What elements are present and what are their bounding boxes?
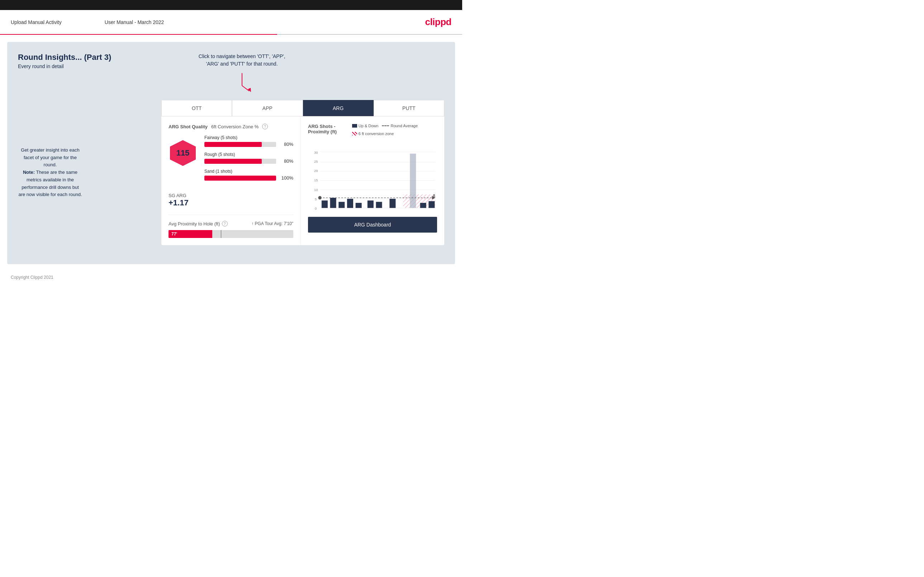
header-divider xyxy=(0,34,462,35)
arg-quality-header: ARG Shot Quality 6ft Conversion Zone % ? xyxy=(168,124,293,129)
manual-label: User Manual - March 2022 xyxy=(105,19,164,25)
side-text: Get greater insight into each facet of y… xyxy=(18,100,90,245)
legend-item-round-avg: Round Average xyxy=(382,124,418,128)
main-panel: OTT APP ARG PUTT ARG Shot Quality 6ft Co… xyxy=(162,100,444,245)
sg-value: +1.17 xyxy=(168,198,293,208)
bar-fill-rough xyxy=(204,159,262,164)
page-subheading: Every round in detail xyxy=(18,63,111,69)
chart-bar-3 xyxy=(338,202,344,208)
proximity-label-text: Avg Proximity to Hole (ft) xyxy=(168,221,220,227)
svg-text:0: 0 xyxy=(315,206,317,210)
note-label: Note: xyxy=(23,169,35,175)
proximity-bar-track: 77' xyxy=(168,230,293,238)
right-header: ARG Shots - Proximity (ft) Up & Down Rou… xyxy=(308,124,437,136)
legend-dashed-icon xyxy=(382,126,389,126)
nav-arrow-icon xyxy=(231,71,253,93)
chart-bar-4 xyxy=(347,199,353,208)
panel-left: ARG Shot Quality 6ft Conversion Zone % ?… xyxy=(162,116,301,245)
chart-bar-9 xyxy=(420,203,426,208)
quality-label: ARG Shot Quality xyxy=(168,124,208,129)
chart-bar-5 xyxy=(356,203,362,208)
bar-label-fairway: Fairway (5 shots) xyxy=(204,135,293,140)
chart-bar-8 xyxy=(389,199,396,208)
bar-pct-sand: 100% xyxy=(279,175,293,181)
panel-body: ARG Shot Quality 6ft Conversion Zone % ?… xyxy=(162,116,444,245)
logo: clippd xyxy=(425,16,451,27)
bar-wrapper-rough: 80% xyxy=(204,158,293,164)
proximity-value: 77' xyxy=(171,232,177,237)
header: Upload Manual Activity User Manual - Mar… xyxy=(0,10,462,34)
chart-bar-2 xyxy=(330,198,336,208)
bar-track-rough xyxy=(204,159,276,164)
proximity-help-icon[interactable]: ? xyxy=(222,221,228,227)
side-text-inner: Get greater insight into each facet of y… xyxy=(18,147,82,199)
content-row: Get greater insight into each facet of y… xyxy=(18,100,444,245)
hexagon: 115 xyxy=(168,139,197,168)
bars-section: Fairway (5 shots) 80% Rough (5 shots) xyxy=(204,135,293,185)
bar-pct-fairway: 80% xyxy=(279,142,293,147)
legend-item-updown: Up & Down xyxy=(352,124,379,128)
arg-dashboard-button[interactable]: ARG Dashboard xyxy=(308,217,437,232)
annotation-area: Click to navigate between 'OTT', 'APP','… xyxy=(111,53,373,93)
hex-container: 115 Fairway (5 shots) 80% xyxy=(168,135,293,185)
chart-bar-tall xyxy=(410,154,416,208)
bar-fill-sand xyxy=(204,176,276,181)
bar-row-sand: Sand (1 shots) 100% xyxy=(204,169,293,181)
cursor-line xyxy=(221,230,221,238)
tab-ott[interactable]: OTT xyxy=(162,100,232,116)
svg-text:5: 5 xyxy=(315,197,317,201)
page-title: Upload Manual Activity xyxy=(11,19,62,25)
right-title: ARG Shots - Proximity (ft) xyxy=(308,124,352,134)
proximity-label: Avg Proximity to Hole (ft) ? xyxy=(168,221,228,227)
top-area: Round Insights... (Part 3) Every round i… xyxy=(18,53,444,93)
legend: Up & Down Round Average 6 ft conversion … xyxy=(352,124,437,136)
legend-box-updown xyxy=(352,124,357,127)
bar-row-rough: Rough (5 shots) 80% xyxy=(204,152,293,164)
chart-bar-6 xyxy=(368,200,374,208)
nav-annotation: Click to navigate between 'OTT', 'APP','… xyxy=(199,53,286,68)
bar-wrapper-fairway: 80% xyxy=(204,142,293,147)
proximity-section: Avg Proximity to Hole (ft) ? ↑ PGA Tour … xyxy=(168,215,293,238)
bar-wrapper-sand: 100% xyxy=(204,175,293,181)
svg-text:10: 10 xyxy=(314,188,318,192)
svg-text:20: 20 xyxy=(314,169,318,173)
conversion-label: 6ft Conversion Zone % xyxy=(211,124,258,129)
sg-section: SG ARG +1.17 xyxy=(168,193,293,208)
top-bar xyxy=(0,0,462,10)
legend-hatched-icon xyxy=(352,132,357,135)
help-icon[interactable]: ? xyxy=(262,124,268,129)
bar-row-fairway: Fairway (5 shots) 80% xyxy=(204,135,293,147)
bar-track-sand xyxy=(204,176,276,181)
heading-area: Round Insights... (Part 3) Every round i… xyxy=(18,53,111,69)
bar-label-rough: Rough (5 shots) xyxy=(204,152,293,157)
tab-arg[interactable]: ARG xyxy=(303,100,374,116)
proximity-header: Avg Proximity to Hole (ft) ? ↑ PGA Tour … xyxy=(168,221,293,227)
chart-bar-10 xyxy=(428,201,435,208)
bar-track-fairway xyxy=(204,142,276,147)
bar-label-sand: Sand (1 shots) xyxy=(204,169,293,174)
chart-bar-1 xyxy=(321,200,328,208)
tab-app[interactable]: APP xyxy=(232,100,303,116)
hex-number: 115 xyxy=(176,148,190,158)
header-left: Upload Manual Activity User Manual - Mar… xyxy=(11,19,164,25)
legend-label-updown: Up & Down xyxy=(359,124,379,128)
tab-putt[interactable]: PUTT xyxy=(374,100,444,116)
chart-area: 0 5 10 15 20 25 30 xyxy=(308,142,437,213)
tabs: OTT APP ARG PUTT xyxy=(162,100,444,116)
avg-value-label: 8 xyxy=(433,194,435,198)
legend-label-round-avg: Round Average xyxy=(391,124,418,128)
bar-pct-rough: 80% xyxy=(279,158,293,164)
panel-right: ARG Shots - Proximity (ft) Up & Down Rou… xyxy=(301,116,444,245)
copyright: Copyright Clippd 2021 xyxy=(11,275,53,280)
svg-text:30: 30 xyxy=(314,150,318,155)
proximity-bar-fill: 77' xyxy=(168,230,212,238)
main-content: Round Insights... (Part 3) Every round i… xyxy=(7,42,455,264)
chart-bar-7 xyxy=(376,202,382,208)
bar-fill-fairway xyxy=(204,142,262,147)
page-heading: Round Insights... (Part 3) xyxy=(18,53,111,62)
svg-text:25: 25 xyxy=(314,160,318,163)
sg-label: SG ARG xyxy=(168,193,293,198)
proximity-avg: ↑ PGA Tour Avg: 7'10" xyxy=(251,221,293,226)
svg-line-1 xyxy=(242,85,249,91)
footer: Copyright Clippd 2021 xyxy=(0,271,462,284)
